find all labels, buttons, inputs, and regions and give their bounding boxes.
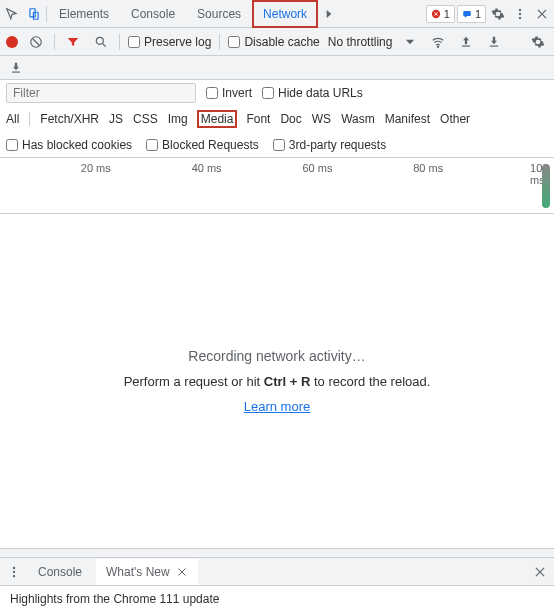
more-icon[interactable]	[510, 4, 530, 24]
tick-label: 80 ms	[413, 162, 443, 174]
error-icon	[431, 9, 441, 19]
network-conditions-icon[interactable]	[428, 32, 448, 52]
svg-point-5	[519, 12, 521, 14]
svg-point-13	[13, 566, 15, 568]
type-img[interactable]: Img	[168, 112, 188, 126]
disable-cache-checkbox[interactable]: Disable cache	[228, 35, 319, 49]
svg-rect-0	[30, 8, 35, 16]
type-font[interactable]: Font	[246, 112, 270, 126]
settings-icon[interactable]	[488, 4, 508, 24]
disable-cache-label: Disable cache	[244, 35, 319, 49]
separator	[219, 34, 220, 50]
drawer-resize-handle[interactable]	[0, 548, 554, 558]
tab-network[interactable]: Network	[253, 1, 317, 27]
tick-label: 40 ms	[192, 162, 222, 174]
extra-filters-row: Has blocked cookies Blocked Requests 3rd…	[0, 132, 554, 158]
filter-row: Invert Hide data URLs	[0, 80, 554, 106]
throttling-select[interactable]: No throttling	[328, 35, 393, 49]
separator	[29, 112, 30, 126]
tab-console[interactable]: Console	[121, 1, 185, 27]
filter-icon[interactable]	[63, 32, 83, 52]
svg-rect-11	[490, 45, 498, 46]
search-icon[interactable]	[91, 32, 111, 52]
type-wasm[interactable]: Wasm	[341, 112, 375, 126]
network-settings-icon[interactable]	[528, 32, 548, 52]
preserve-log-checkbox[interactable]: Preserve log	[128, 35, 211, 49]
resource-type-filter: All Fetch/XHR JS CSS Img Media Font Doc …	[0, 106, 554, 132]
tab-close-icon[interactable]	[176, 566, 188, 578]
tab-elements[interactable]: Elements	[49, 1, 119, 27]
tick-label: 20 ms	[81, 162, 111, 174]
svg-rect-3	[463, 11, 471, 16]
message-icon	[462, 9, 472, 19]
messages-count: 1	[475, 8, 481, 20]
download-icon[interactable]	[484, 32, 504, 52]
blocked-cookies-label: Has blocked cookies	[22, 138, 132, 152]
type-fetch[interactable]: Fetch/XHR	[40, 112, 99, 126]
record-button[interactable]	[6, 36, 18, 48]
drawer-tab-console[interactable]: Console	[28, 559, 92, 585]
drawer-tabs: Console What's New	[0, 558, 554, 586]
overview-scrollbar[interactable]	[542, 164, 550, 208]
svg-point-8	[96, 37, 103, 44]
empty-state: Recording network activity… Perform a re…	[0, 214, 554, 548]
drawer-tab-whatsnew[interactable]: What's New	[96, 559, 198, 585]
drawer-menu-icon[interactable]	[4, 562, 24, 582]
preserve-log-label: Preserve log	[144, 35, 211, 49]
upload-icon[interactable]	[456, 32, 476, 52]
type-other[interactable]: Other	[440, 112, 470, 126]
separator	[46, 6, 47, 22]
errors-badge[interactable]: 1	[426, 5, 455, 23]
inspect-icon[interactable]	[2, 4, 22, 24]
drawer-close-icon[interactable]	[530, 562, 550, 582]
errors-count: 1	[444, 8, 450, 20]
learn-more-link[interactable]: Learn more	[244, 399, 310, 414]
type-ws[interactable]: WS	[312, 112, 331, 126]
messages-badge[interactable]: 1	[457, 5, 486, 23]
whatsnew-content: Highlights from the Chrome 111 update	[0, 586, 554, 612]
type-css[interactable]: CSS	[133, 112, 158, 126]
network-toolbar: Preserve log Disable cache No throttling	[0, 28, 554, 56]
download-har-icon[interactable]	[6, 58, 26, 78]
type-media[interactable]: Media	[198, 111, 237, 127]
blocked-requests-label: Blocked Requests	[162, 138, 259, 152]
svg-point-4	[519, 8, 521, 10]
recording-text: Recording network activity…	[188, 348, 365, 364]
svg-point-14	[13, 570, 15, 572]
svg-point-6	[519, 16, 521, 18]
svg-point-9	[438, 46, 439, 47]
clear-icon[interactable]	[26, 32, 46, 52]
separator	[54, 34, 55, 50]
hotkey-label: Ctrl + R	[264, 374, 311, 389]
tick-label: 60 ms	[302, 162, 332, 174]
third-party-checkbox[interactable]: 3rd-party requests	[273, 138, 386, 152]
invert-label: Invert	[222, 86, 252, 100]
filter-input[interactable]	[6, 83, 196, 103]
hide-data-urls-label: Hide data URLs	[278, 86, 363, 100]
type-js[interactable]: JS	[109, 112, 123, 126]
type-all[interactable]: All	[6, 112, 19, 126]
blocked-cookies-checkbox[interactable]: Has blocked cookies	[6, 138, 132, 152]
type-manifest[interactable]: Manifest	[385, 112, 430, 126]
whatsnew-headline: Highlights from the Chrome 111 update	[10, 592, 219, 606]
hint-text: Perform a request or hit Ctrl + R to rec…	[124, 374, 431, 389]
svg-point-15	[13, 574, 15, 576]
blocked-requests-checkbox[interactable]: Blocked Requests	[146, 138, 259, 152]
tab-sources[interactable]: Sources	[187, 1, 251, 27]
chevron-down-icon[interactable]	[400, 32, 420, 52]
invert-checkbox[interactable]: Invert	[206, 86, 252, 100]
more-tabs-icon[interactable]	[319, 4, 339, 24]
third-party-label: 3rd-party requests	[289, 138, 386, 152]
hide-data-urls-checkbox[interactable]: Hide data URLs	[262, 86, 363, 100]
device-toolbar-icon[interactable]	[24, 4, 44, 24]
overview-timeline[interactable]: 20 ms 40 ms 60 ms 80 ms 100 ms	[0, 158, 554, 214]
svg-rect-12	[12, 71, 20, 72]
close-icon[interactable]	[532, 4, 552, 24]
separator	[119, 34, 120, 50]
download-row	[0, 56, 554, 80]
type-doc[interactable]: Doc	[280, 112, 301, 126]
devtools-panel-tabs: Elements Console Sources Network 1 1	[0, 0, 554, 28]
svg-rect-10	[462, 45, 470, 46]
